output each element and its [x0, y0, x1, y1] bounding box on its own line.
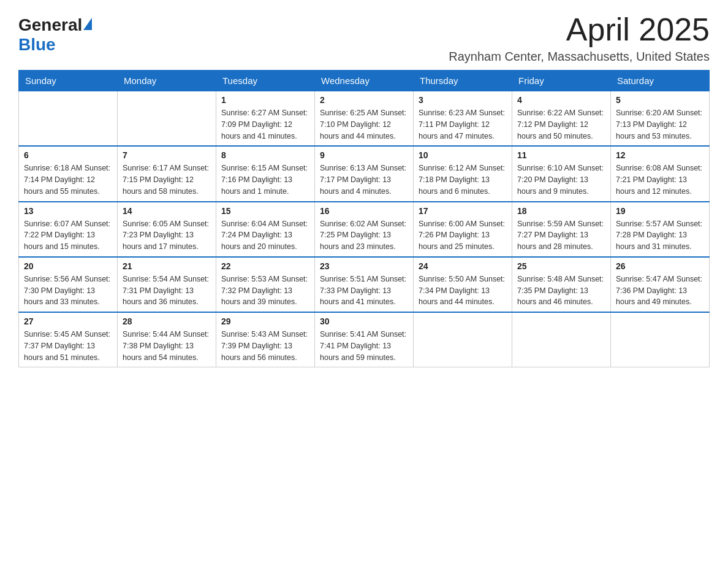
day-number: 8 — [221, 150, 309, 160]
table-row: 9Sunrise: 6:13 AM Sunset: 7:17 PM Daylig… — [315, 146, 414, 201]
logo-general-text: General — [18, 15, 82, 35]
day-info: Sunrise: 6:15 AM Sunset: 7:16 PM Dayligh… — [221, 163, 309, 197]
day-number: 27 — [24, 316, 112, 326]
day-number: 1 — [221, 95, 309, 105]
table-row: 22Sunrise: 5:53 AM Sunset: 7:32 PM Dayli… — [216, 257, 315, 312]
day-info: Sunrise: 6:04 AM Sunset: 7:24 PM Dayligh… — [221, 218, 309, 253]
day-info: Sunrise: 5:56 AM Sunset: 7:30 PM Dayligh… — [24, 274, 112, 308]
header-wednesday: Wednesday — [315, 71, 414, 91]
day-number: 29 — [221, 316, 309, 326]
header-saturday: Saturday — [611, 71, 710, 91]
day-number: 22 — [221, 261, 309, 271]
table-row: 16Sunrise: 6:02 AM Sunset: 7:25 PM Dayli… — [315, 202, 414, 257]
day-info: Sunrise: 6:23 AM Sunset: 7:11 PM Dayligh… — [419, 107, 507, 142]
day-info: Sunrise: 6:02 AM Sunset: 7:25 PM Dayligh… — [320, 218, 408, 253]
table-row: 4Sunrise: 6:22 AM Sunset: 7:12 PM Daylig… — [512, 91, 611, 147]
day-info: Sunrise: 5:43 AM Sunset: 7:39 PM Dayligh… — [221, 329, 309, 363]
day-number: 4 — [517, 95, 605, 105]
day-number: 12 — [616, 150, 704, 160]
day-info: Sunrise: 5:48 AM Sunset: 7:35 PM Dayligh… — [517, 274, 605, 308]
month-title: April 2025 — [449, 12, 710, 47]
day-number: 23 — [320, 261, 408, 271]
day-info: Sunrise: 6:27 AM Sunset: 7:09 PM Dayligh… — [221, 107, 309, 142]
day-info: Sunrise: 5:45 AM Sunset: 7:37 PM Dayligh… — [24, 329, 112, 363]
day-info: Sunrise: 6:18 AM Sunset: 7:14 PM Dayligh… — [24, 163, 112, 197]
day-info: Sunrise: 6:08 AM Sunset: 7:21 PM Dayligh… — [616, 163, 704, 197]
table-row: 21Sunrise: 5:54 AM Sunset: 7:31 PM Dayli… — [118, 257, 216, 312]
calendar-table: Sunday Monday Tuesday Wednesday Thursday… — [18, 70, 710, 367]
day-info: Sunrise: 6:17 AM Sunset: 7:15 PM Dayligh… — [123, 163, 211, 197]
logo: General Blue — [18, 15, 92, 55]
day-info: Sunrise: 5:54 AM Sunset: 7:31 PM Dayligh… — [123, 274, 211, 308]
table-row: 30Sunrise: 5:41 AM Sunset: 7:41 PM Dayli… — [315, 312, 414, 367]
day-number: 13 — [24, 206, 112, 216]
table-row: 20Sunrise: 5:56 AM Sunset: 7:30 PM Dayli… — [19, 257, 118, 312]
day-info: Sunrise: 6:20 AM Sunset: 7:13 PM Dayligh… — [616, 107, 704, 142]
day-number: 19 — [616, 206, 704, 216]
day-number: 10 — [419, 150, 507, 160]
table-row: 8Sunrise: 6:15 AM Sunset: 7:16 PM Daylig… — [216, 146, 315, 201]
day-number: 25 — [517, 261, 605, 271]
day-number: 28 — [123, 316, 211, 326]
day-number: 16 — [320, 206, 408, 216]
logo-triangle-icon — [83, 18, 92, 30]
day-info: Sunrise: 6:07 AM Sunset: 7:22 PM Dayligh… — [24, 218, 112, 253]
day-info: Sunrise: 6:12 AM Sunset: 7:18 PM Dayligh… — [419, 163, 507, 197]
table-row: 7Sunrise: 6:17 AM Sunset: 7:15 PM Daylig… — [118, 146, 216, 201]
day-info: Sunrise: 5:44 AM Sunset: 7:38 PM Dayligh… — [123, 329, 211, 363]
day-number: 24 — [419, 261, 507, 271]
table-row — [611, 312, 710, 367]
table-row: 28Sunrise: 5:44 AM Sunset: 7:38 PM Dayli… — [118, 312, 216, 367]
day-info: Sunrise: 5:53 AM Sunset: 7:32 PM Dayligh… — [221, 274, 309, 308]
day-number: 7 — [123, 150, 211, 160]
day-number: 15 — [221, 206, 309, 216]
title-block: April 2025 Raynham Center, Massachusetts… — [449, 12, 710, 64]
calendar-week-row: 13Sunrise: 6:07 AM Sunset: 7:22 PM Dayli… — [19, 202, 710, 257]
logo-blue-text: Blue — [18, 35, 56, 55]
header-tuesday: Tuesday — [216, 71, 315, 91]
table-row — [414, 312, 512, 367]
day-number: 6 — [24, 150, 112, 160]
header-thursday: Thursday — [414, 71, 512, 91]
table-row: 18Sunrise: 5:59 AM Sunset: 7:27 PM Dayli… — [512, 202, 611, 257]
page-header: General Blue April 2025 Raynham Center, … — [18, 12, 710, 64]
table-row — [118, 91, 216, 147]
table-row: 2Sunrise: 6:25 AM Sunset: 7:10 PM Daylig… — [315, 91, 414, 147]
day-info: Sunrise: 6:05 AM Sunset: 7:23 PM Dayligh… — [123, 218, 211, 253]
table-row: 17Sunrise: 6:00 AM Sunset: 7:26 PM Dayli… — [414, 202, 512, 257]
day-info: Sunrise: 6:00 AM Sunset: 7:26 PM Dayligh… — [419, 218, 507, 253]
table-row: 23Sunrise: 5:51 AM Sunset: 7:33 PM Dayli… — [315, 257, 414, 312]
table-row: 27Sunrise: 5:45 AM Sunset: 7:37 PM Dayli… — [19, 312, 118, 367]
table-row: 5Sunrise: 6:20 AM Sunset: 7:13 PM Daylig… — [611, 91, 710, 147]
day-number: 21 — [123, 261, 211, 271]
day-number: 30 — [320, 316, 408, 326]
calendar-header-row: Sunday Monday Tuesday Wednesday Thursday… — [19, 71, 710, 91]
calendar-week-row: 27Sunrise: 5:45 AM Sunset: 7:37 PM Dayli… — [19, 312, 710, 367]
table-row — [19, 91, 118, 147]
table-row: 11Sunrise: 6:10 AM Sunset: 7:20 PM Dayli… — [512, 146, 611, 201]
day-info: Sunrise: 6:22 AM Sunset: 7:12 PM Dayligh… — [517, 107, 605, 142]
table-row: 3Sunrise: 6:23 AM Sunset: 7:11 PM Daylig… — [414, 91, 512, 147]
day-number: 5 — [616, 95, 704, 105]
day-number: 17 — [419, 206, 507, 216]
day-number: 11 — [517, 150, 605, 160]
day-number: 3 — [419, 95, 507, 105]
table-row: 26Sunrise: 5:47 AM Sunset: 7:36 PM Dayli… — [611, 257, 710, 312]
table-row: 13Sunrise: 6:07 AM Sunset: 7:22 PM Dayli… — [19, 202, 118, 257]
day-number: 14 — [123, 206, 211, 216]
day-number: 9 — [320, 150, 408, 160]
table-row — [512, 312, 611, 367]
day-info: Sunrise: 6:25 AM Sunset: 7:10 PM Dayligh… — [320, 107, 408, 142]
day-info: Sunrise: 6:10 AM Sunset: 7:20 PM Dayligh… — [517, 163, 605, 197]
table-row: 14Sunrise: 6:05 AM Sunset: 7:23 PM Dayli… — [118, 202, 216, 257]
table-row: 15Sunrise: 6:04 AM Sunset: 7:24 PM Dayli… — [216, 202, 315, 257]
table-row: 1Sunrise: 6:27 AM Sunset: 7:09 PM Daylig… — [216, 91, 315, 147]
day-info: Sunrise: 5:50 AM Sunset: 7:34 PM Dayligh… — [419, 274, 507, 308]
table-row: 12Sunrise: 6:08 AM Sunset: 7:21 PM Dayli… — [611, 146, 710, 201]
table-row: 25Sunrise: 5:48 AM Sunset: 7:35 PM Dayli… — [512, 257, 611, 312]
day-info: Sunrise: 6:13 AM Sunset: 7:17 PM Dayligh… — [320, 163, 408, 197]
calendar-week-row: 6Sunrise: 6:18 AM Sunset: 7:14 PM Daylig… — [19, 146, 710, 201]
day-info: Sunrise: 5:47 AM Sunset: 7:36 PM Dayligh… — [616, 274, 704, 308]
table-row: 19Sunrise: 5:57 AM Sunset: 7:28 PM Dayli… — [611, 202, 710, 257]
header-sunday: Sunday — [19, 71, 118, 91]
